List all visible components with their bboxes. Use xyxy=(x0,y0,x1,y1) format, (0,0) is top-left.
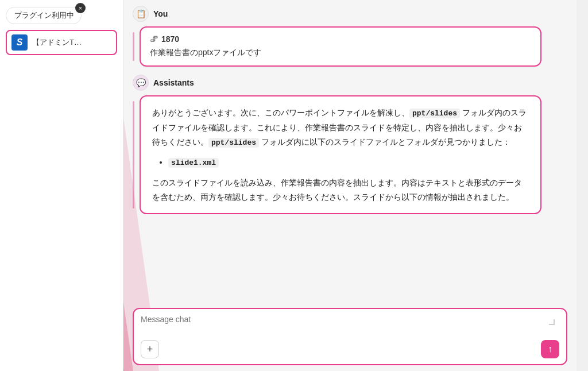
sidebar: プラグイン利用中 × S 【アドミンT… xyxy=(0,0,123,371)
you-avatar-icon: 📋 xyxy=(136,9,146,18)
assistant-header: 💬 Assistants xyxy=(133,75,567,91)
close-plugin-button[interactable]: × xyxy=(75,3,86,13)
assistant-message-group: 💬 Assistants ありがとうございます。次に、このパワーポイントファイル… xyxy=(133,75,567,214)
you-bubble: 🖇 1870 作業報告書のpptxファイルです xyxy=(140,26,541,67)
assistant-bubble-wrapper: ありがとうございます。次に、このパワーポイントファイルを解凍し、ppt/slid… xyxy=(133,95,567,214)
add-attachment-button[interactable]: + xyxy=(141,340,159,358)
sidebar-item-admin[interactable]: S 【アドミンT… xyxy=(6,30,117,55)
you-sender-label: You xyxy=(153,9,168,18)
clip-icon: 🖇 xyxy=(150,34,158,44)
code-slide1: slide1.xml xyxy=(168,158,219,168)
chat-input-actions: + ↑ xyxy=(141,340,559,358)
send-icon: ↑ xyxy=(548,344,552,354)
assistant-paragraph-1: ありがとうございます。次に、このパワーポイントファイルを解凍し、ppt/slid… xyxy=(152,106,529,149)
attachment-line: 🖇 1870 xyxy=(150,34,531,44)
you-header: 📋 You xyxy=(133,6,567,22)
sidebar-item-icon: S xyxy=(11,34,28,51)
you-avatar: 📋 xyxy=(133,6,149,22)
you-message-group: 📋 You 🖇 1870 作業報告書のpptxファイルです xyxy=(133,6,567,67)
chat-input[interactable] xyxy=(141,315,559,333)
assistant-paragraph-2: このスライドファイルを読み込み、作業報告書の内容を抽出します。内容はテキストと表… xyxy=(152,176,529,204)
attachment-number: 1870 xyxy=(161,34,179,44)
code-ppt-slides-1: ppt/slides xyxy=(409,109,460,118)
code-ppt-slides-2: ppt/slides xyxy=(208,138,259,148)
add-icon: + xyxy=(147,343,153,355)
you-bubble-wrapper: 🖇 1870 作業報告書のpptxファイルです xyxy=(133,26,567,67)
assistant-sender-label: Assistants xyxy=(153,78,194,87)
chat-input-container: + ↑ xyxy=(133,308,567,365)
assistant-bubble: ありがとうございます。次に、このパワーポイントファイルを解凍し、ppt/slid… xyxy=(140,95,541,214)
assistant-list: slide1.xml xyxy=(152,155,529,170)
resize-handle[interactable] xyxy=(549,319,555,325)
assistant-avatar-icon: 💬 xyxy=(136,78,146,87)
main-chat-area: 📋 You 🖇 1870 作業報告書のpptxファイルです 💬 Assistan… xyxy=(123,0,577,371)
list-item-slide1: slide1.xml xyxy=(168,155,529,170)
right-side-area xyxy=(577,0,588,371)
plugin-label: プラグイン利用中 xyxy=(14,10,74,21)
assistant-avatar: 💬 xyxy=(133,75,149,91)
sidebar-item-label: 【アドミンT… xyxy=(32,37,82,48)
send-button[interactable]: ↑ xyxy=(541,340,559,358)
plugin-badge: プラグイン利用中 × xyxy=(6,7,82,24)
you-message-text: 作業報告書のpptxファイルです xyxy=(150,46,531,59)
